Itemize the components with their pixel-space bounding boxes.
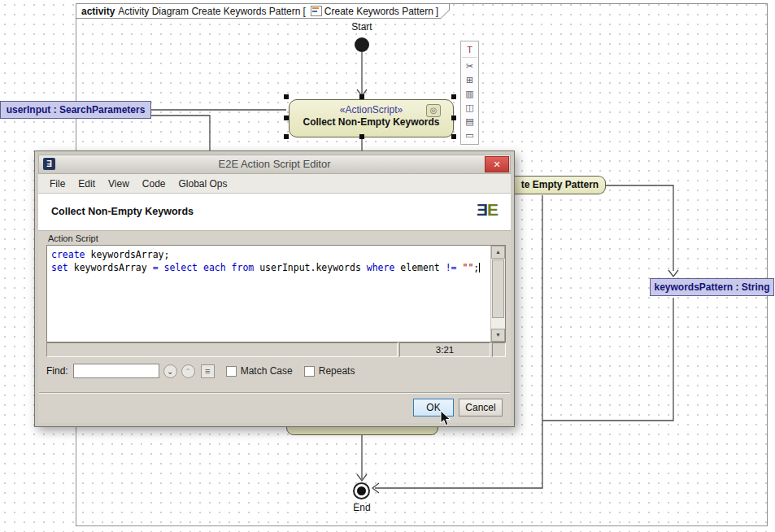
note-icon[interactable]: ▤ xyxy=(462,115,477,129)
partition-icon[interactable]: ◫ xyxy=(462,101,477,115)
cut-icon[interactable]: ✂ xyxy=(462,59,477,73)
frame-bracket-open: [ xyxy=(303,6,305,17)
object-node-keywords-pattern[interactable]: keywordsPattern : String xyxy=(650,278,774,296)
frame-icon[interactable]: ▭ xyxy=(462,129,477,142)
menu-item-code[interactable]: Code xyxy=(136,177,172,191)
initial-node[interactable] xyxy=(355,37,369,52)
cancel-button[interactable]: Cancel xyxy=(459,399,503,416)
scrollbar-thumb[interactable] xyxy=(492,259,504,318)
selection-handle[interactable] xyxy=(359,94,364,99)
final-node-dot xyxy=(357,486,366,495)
highlight-matches-button[interactable]: ≡ xyxy=(201,364,215,378)
dialog-header: Collect Non-Empty Keywords ƎE xyxy=(38,194,511,231)
dialog-titlebar[interactable]: Ǝ E2E Action Script Editor ✕ xyxy=(38,155,511,174)
text-tool-icon[interactable]: T xyxy=(462,43,477,58)
frame-title: Activity Diagram Create Keywords Pattern xyxy=(118,6,300,17)
editor-status-bar: 3:21 xyxy=(46,342,506,357)
dialog-menubar: FileEditViewCodeGlobal Ops xyxy=(38,174,511,194)
diagram-side-toolbar: T✂⊞▥◫▤▭ xyxy=(460,41,479,145)
activity-diagram-icon xyxy=(311,6,322,16)
dialog-title: E2E Action Script Editor xyxy=(218,158,330,170)
selection-handle[interactable] xyxy=(451,134,456,139)
repeats-checkbox[interactable] xyxy=(304,366,315,377)
swimlane-icon[interactable]: ▥ xyxy=(462,87,477,101)
selection-handle[interactable] xyxy=(451,116,456,120)
close-button[interactable]: ✕ xyxy=(485,156,509,172)
code-line: set keywordsArray = select each from use… xyxy=(51,261,486,274)
find-previous-button[interactable]: ⌃ xyxy=(181,364,195,378)
action-name: Collect Non-Empty Keywords xyxy=(290,116,453,128)
grid-layout-icon[interactable]: ⊞ xyxy=(462,73,477,87)
text-caret xyxy=(479,263,480,273)
vertical-scrollbar[interactable]: ▲ ▼ xyxy=(490,246,505,342)
activity-final-node[interactable] xyxy=(353,482,370,499)
scroll-down-button[interactable]: ▼ xyxy=(491,329,505,342)
action-node-create-empty-pattern[interactable]: te Empty Pattern xyxy=(515,176,606,194)
frame-keyword: activity xyxy=(81,6,115,17)
scrollbar-track[interactable] xyxy=(491,319,505,329)
caret-position: 3:21 xyxy=(399,342,490,357)
frame-bracket-close: ] xyxy=(436,6,438,17)
object-node-user-input[interactable]: userInput : SearchParameters xyxy=(0,101,151,119)
find-input[interactable] xyxy=(73,364,159,378)
code-editor-box: create keywordsArray;set keywordsArray =… xyxy=(46,245,506,342)
match-case-label: Match Case xyxy=(241,365,293,377)
scroll-up-button[interactable]: ▲ xyxy=(491,246,505,259)
find-next-button[interactable]: ⌄ xyxy=(163,364,177,378)
behavior-indicator-icon[interactable]: ◎ xyxy=(426,104,441,117)
action-script-editor-dialog: Ǝ E2E Action Script Editor ✕ FileEditVie… xyxy=(34,150,515,427)
status-message-cell xyxy=(46,342,398,357)
menu-item-view[interactable]: View xyxy=(102,177,136,191)
selection-handle[interactable] xyxy=(284,134,289,139)
e2e-logo: ƎE xyxy=(477,200,498,220)
canvas: activity Activity Diagram Create Keyword… xyxy=(0,0,775,532)
mouse-cursor xyxy=(440,410,451,430)
status-corner-cell xyxy=(492,342,506,357)
end-node-label: End xyxy=(346,502,378,513)
menu-item-file[interactable]: File xyxy=(43,177,72,191)
button-separator xyxy=(39,392,510,394)
menu-item-global-ops[interactable]: Global Ops xyxy=(172,177,234,191)
action-script-label: Action Script xyxy=(48,233,98,243)
action-node-collect-non-empty-keywords[interactable]: «ActionScript» Collect Non-Empty Keyword… xyxy=(289,99,454,137)
find-label: Find: xyxy=(46,365,68,377)
selection-handle[interactable] xyxy=(284,116,289,120)
selection-handle[interactable] xyxy=(451,94,456,99)
code-editor[interactable]: create keywordsArray;set keywordsArray =… xyxy=(47,246,490,342)
code-line: create keywordsArray; xyxy=(51,248,486,261)
menu-item-edit[interactable]: Edit xyxy=(72,177,102,191)
start-node-label: Start xyxy=(346,21,378,33)
selection-handle[interactable] xyxy=(284,94,289,99)
frame-element-name: Create Keywords Pattern xyxy=(324,6,433,17)
match-case-checkbox[interactable] xyxy=(226,366,237,377)
diagram-frame-tab: activity Activity Diagram Create Keyword… xyxy=(76,3,450,19)
dialog-header-title: Collect Non-Empty Keywords xyxy=(51,206,194,217)
repeats-label: Repeats xyxy=(319,365,355,377)
selection-handle[interactable] xyxy=(359,134,364,139)
app-icon: Ǝ xyxy=(43,158,55,170)
find-bar: Find: ⌄ ⌃ ≡ Match Case Repeats xyxy=(46,362,506,380)
